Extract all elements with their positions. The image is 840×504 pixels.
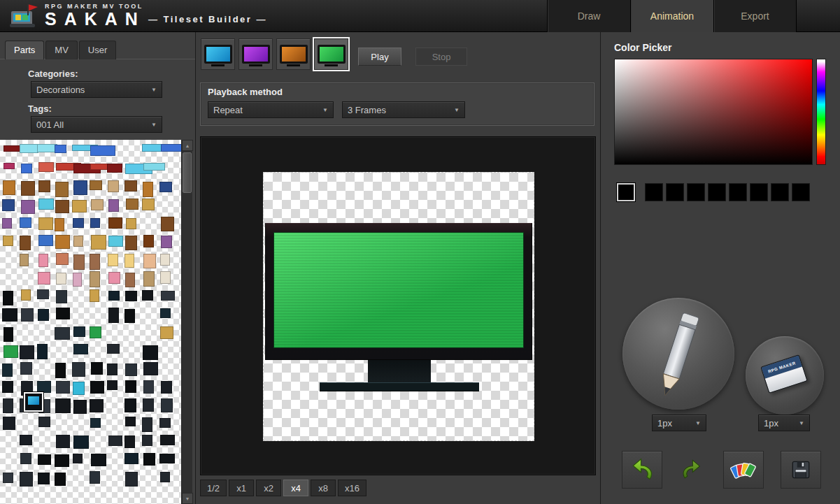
tile-thumbnail[interactable] <box>21 308 34 322</box>
tile-thumbnail[interactable] <box>55 145 66 153</box>
zoom-x8[interactable]: x8 <box>311 480 336 496</box>
tile-thumbnail[interactable] <box>108 236 123 247</box>
scroll-up-icon[interactable]: ▲ <box>182 140 193 151</box>
tile-thumbnail[interactable] <box>161 398 173 412</box>
animation-frame-4[interactable] <box>314 38 348 70</box>
tile-thumbnail[interactable] <box>91 235 106 250</box>
tile-thumbnail[interactable] <box>161 236 172 248</box>
tile-thumbnail[interactable] <box>56 308 70 319</box>
color-swatch-3[interactable] <box>687 183 705 201</box>
tile-thumbnail[interactable] <box>55 363 66 378</box>
tile-thumbnail[interactable] <box>91 199 104 210</box>
tile-thumbnail[interactable] <box>90 381 104 394</box>
tile-thumbnail[interactable] <box>107 344 120 354</box>
playback-method-dropdown[interactable]: Repeat ▼ <box>208 101 334 118</box>
tile-thumbnail[interactable] <box>142 435 152 446</box>
tile-thumbnail[interactable] <box>159 418 171 428</box>
color-swatch-8[interactable] <box>792 183 810 201</box>
tile-thumbnail[interactable] <box>3 291 13 305</box>
tile-thumbnail[interactable] <box>107 363 118 375</box>
tile-thumbnail[interactable] <box>21 164 32 173</box>
tile-thumbnail[interactable] <box>38 272 50 285</box>
tile-thumbnail[interactable] <box>3 417 15 430</box>
tile-thumbnail[interactable] <box>38 199 54 210</box>
zoom-x2[interactable]: x2 <box>256 480 281 496</box>
zoom-x4[interactable]: x4 <box>283 480 308 496</box>
tile-thumbnail[interactable] <box>37 381 51 393</box>
tab-parts[interactable]: Parts <box>5 41 44 59</box>
tile-thumbnail[interactable] <box>143 345 158 360</box>
tile-thumbnail[interactable] <box>143 163 165 171</box>
color-swatch-1[interactable] <box>645 183 663 201</box>
tile-thumbnail[interactable] <box>161 144 181 152</box>
tab-user[interactable]: User <box>79 41 116 59</box>
tile-thumbnail[interactable] <box>38 309 49 321</box>
tile-thumbnail[interactable] <box>124 435 135 448</box>
tile-thumbnail[interactable] <box>108 308 119 323</box>
tile-thumbnail[interactable] <box>90 471 100 484</box>
tile-thumbnail[interactable] <box>73 236 83 247</box>
tile-thumbnail[interactable] <box>55 454 69 467</box>
scrollbar-thumb[interactable] <box>183 152 192 193</box>
tile-thumbnail[interactable] <box>2 199 15 211</box>
tile-thumbnail[interactable] <box>143 271 155 287</box>
tile-thumbnail[interactable] <box>21 181 35 196</box>
tile-thumbnail[interactable] <box>91 362 103 375</box>
tile-thumbnail[interactable] <box>159 182 172 192</box>
tile-thumbnail[interactable] <box>20 345 34 359</box>
tile-thumbnail[interactable] <box>143 362 158 375</box>
tile-thumbnail[interactable] <box>38 473 50 484</box>
tile-thumbnail[interactable] <box>124 453 138 464</box>
animation-frame-3[interactable] <box>276 38 311 70</box>
tile-thumbnail[interactable] <box>55 398 71 413</box>
tile-thumbnail[interactable] <box>38 235 53 246</box>
tile-grid-scrollbar[interactable]: ▲ ▼ <box>181 140 192 504</box>
tile-thumbnail[interactable] <box>55 473 66 486</box>
tile-thumbnail[interactable] <box>108 254 118 266</box>
tile-thumbnail[interactable] <box>125 273 135 287</box>
tile-thumbnail[interactable] <box>37 344 48 359</box>
tab-mv[interactable]: MV <box>45 41 78 59</box>
tile-thumbnail[interactable] <box>2 218 12 229</box>
tile-thumbnail[interactable] <box>37 289 49 299</box>
sprite-selection[interactable] <box>263 172 534 441</box>
tile-thumbnail[interactable] <box>73 435 89 449</box>
tab-draw[interactable]: Draw <box>547 0 630 32</box>
categories-dropdown[interactable]: Decorations ▼ <box>31 81 162 98</box>
tile-thumbnail[interactable] <box>108 217 122 229</box>
tile-thumbnail[interactable] <box>20 254 29 266</box>
tile-thumbnail[interactable] <box>20 236 31 250</box>
tile-thumbnail[interactable] <box>3 236 13 246</box>
tile-thumbnail[interactable] <box>108 180 119 192</box>
tile-thumbnail[interactable] <box>160 326 173 339</box>
play-button[interactable]: Play <box>358 48 401 66</box>
tile-thumbnail[interactable] <box>55 182 69 197</box>
tile-thumbnail[interactable] <box>159 454 175 463</box>
tile-thumbnail[interactable] <box>90 271 100 287</box>
tile-thumbnail[interactable] <box>38 217 53 230</box>
tile-thumbnail[interactable] <box>2 381 13 393</box>
tile-thumbnail[interactable] <box>142 199 155 210</box>
tab-export[interactable]: Export <box>713 0 797 32</box>
tile-thumbnail[interactable] <box>124 309 135 323</box>
tile-thumbnail[interactable] <box>108 291 120 301</box>
tile-thumbnail[interactable] <box>56 381 70 394</box>
tile-thumbnail[interactable] <box>20 472 33 487</box>
tile-thumbnail[interactable] <box>161 381 172 394</box>
tile-thumbnail[interactable] <box>2 308 17 322</box>
animation-frame-2[interactable] <box>239 38 273 70</box>
pencil-tool-button[interactable] <box>622 298 734 410</box>
drawing-canvas[interactable] <box>200 136 596 475</box>
tile-thumbnail[interactable] <box>20 453 31 464</box>
tile-thumbnail[interactable] <box>125 363 137 376</box>
eraser-tool-button[interactable]: RPG MAKER <box>746 336 824 415</box>
tile-thumbnail[interactable] <box>160 435 175 445</box>
tile-thumbnail[interactable] <box>160 271 171 284</box>
tile-thumbnail[interactable] <box>38 180 50 192</box>
tile-thumbnail[interactable] <box>125 472 138 487</box>
tile-thumbnail[interactable] <box>55 235 70 249</box>
tile-thumbnail[interactable] <box>142 417 152 432</box>
tile-thumbnail[interactable] <box>90 399 104 412</box>
tile-thumbnail[interactable] <box>73 344 88 354</box>
hue-slider[interactable] <box>816 59 826 165</box>
